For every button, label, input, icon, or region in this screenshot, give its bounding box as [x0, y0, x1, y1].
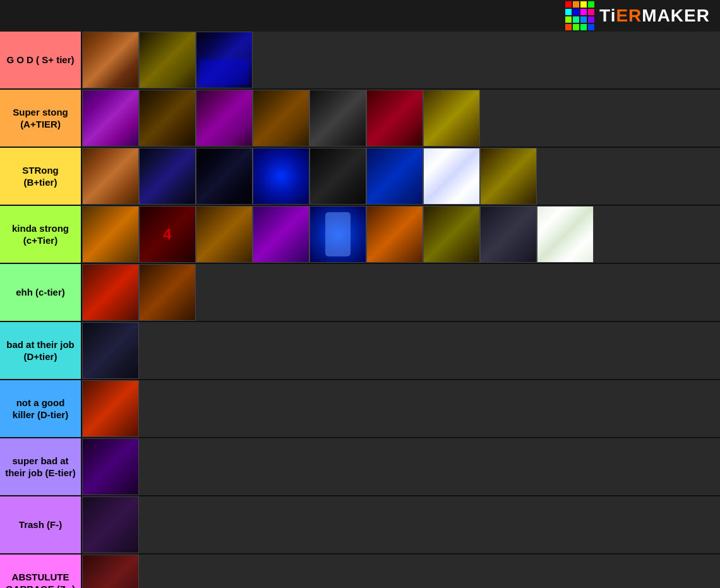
char-shadow-bonnie-2	[309, 148, 366, 205]
char-bonnie	[139, 148, 196, 205]
tier-content-bplus	[81, 148, 720, 205]
logo-cell	[588, 1, 594, 8]
tier-content-c	[81, 264, 720, 321]
tier-label-dplus: bad at their job (D+tier)	[0, 322, 81, 379]
char-phantom	[309, 206, 366, 263]
tier-content-f	[81, 496, 720, 553]
tier-row-d: not a good killer (D-tier)	[0, 380, 720, 438]
char-jack-o-chica	[82, 264, 139, 321]
char-toy-bonnie	[423, 148, 480, 205]
char-nightmare-3	[196, 90, 253, 147]
tiermaker-logo: TiERMAKER	[565, 1, 710, 30]
tier-content-e	[81, 438, 720, 495]
char-freddy	[82, 148, 139, 205]
tier-row-aplus: Super stong (A+TIER)	[0, 90, 720, 148]
char-lefty	[82, 555, 139, 588]
char-funtime-foxy	[82, 322, 139, 379]
char-nightmare-foxy	[366, 90, 423, 147]
char-baby-circus	[82, 380, 139, 437]
char-springtrap	[253, 90, 309, 147]
logo-cell	[580, 1, 587, 8]
char-ennard-f	[82, 496, 139, 553]
char-withered-chica	[253, 206, 309, 263]
tier-label-f: Trash (F-)	[0, 496, 81, 553]
header: TiERMAKER	[0, 0, 720, 32]
tier-table: G O D ( S+ tier) Super stong (A+TIER) ST…	[0, 32, 720, 588]
logo-cell	[580, 24, 587, 30]
char-toy-freddy	[196, 206, 253, 263]
char-funtime-god	[196, 32, 253, 88]
tier-row-f: Trash (F-)	[0, 496, 720, 555]
char-jack-o-bonnie	[139, 264, 196, 321]
tier-row-z: ABSTULUTE GARBAGE (Z--)	[0, 555, 720, 588]
tier-row-cplus: kinda strong (c+Tier) 4	[0, 206, 720, 264]
char-freddy-god	[82, 32, 139, 88]
tier-label-bplus: STRong (B+tier)	[0, 148, 81, 205]
tier-label-aplus: Super stong (A+TIER)	[0, 90, 81, 147]
char-nightmare-bonnie-blue	[253, 148, 309, 205]
tier-content-cplus: 4	[81, 206, 720, 263]
char-nightmare-freddy	[309, 90, 366, 147]
char-nightmare-fredbear	[423, 90, 480, 147]
char-golden-freddy	[480, 148, 537, 205]
tier-row-s: G O D ( S+ tier)	[0, 32, 720, 90]
logo-cell	[588, 24, 594, 30]
tier-row-c: ehh (c-tier)	[0, 264, 720, 322]
char-springtrap-green	[537, 206, 594, 263]
logo-cell	[573, 16, 579, 23]
tier-label-e: super bad at their job (E-tier)	[0, 438, 81, 495]
tier-row-dplus: bad at their job (D+tier)	[0, 322, 720, 380]
char-ballora	[82, 438, 139, 495]
tier-content-dplus	[81, 322, 720, 379]
char-nightmare-chica	[82, 90, 139, 147]
logo-cell	[565, 9, 572, 15]
logo-cell	[580, 9, 587, 15]
tier-content-s	[81, 32, 720, 88]
tier-content-d	[81, 380, 720, 437]
logo-cell	[573, 9, 579, 15]
tier-label-c: ehh (c-tier)	[0, 264, 81, 321]
logo-cell	[565, 24, 572, 30]
char-shadow-freddy	[196, 148, 253, 205]
tier-label-z: ABSTULUTE GARBAGE (Z--)	[0, 555, 81, 588]
char-toy-chica	[366, 206, 423, 263]
char-nightmare-fredbear-c	[82, 206, 139, 263]
char-mediocre	[423, 206, 480, 263]
char-nightmare-2	[139, 90, 196, 147]
logo-cell	[573, 1, 579, 8]
tier-content-aplus	[81, 90, 720, 147]
char-funtime-freddy-b	[366, 148, 423, 205]
tier-row-e: super bad at their job (E-tier)	[0, 438, 720, 496]
char-chica-god	[139, 32, 196, 88]
tier-label-s: G O D ( S+ tier)	[0, 32, 81, 88]
tier-label-d: not a good killer (D-tier)	[0, 380, 81, 437]
logo-cell	[573, 24, 579, 30]
char-ennard-c	[480, 206, 537, 263]
tier-row-bplus: STRong (B+tier)	[0, 148, 720, 206]
logo-cell	[565, 1, 572, 8]
logo-cell	[588, 16, 594, 23]
char-fnaf4: 4	[139, 206, 196, 263]
logo-cell	[588, 9, 594, 15]
logo-cell	[580, 16, 587, 23]
logo-cell	[565, 16, 572, 23]
tier-content-z	[81, 555, 720, 588]
tier-label-cplus: kinda strong (c+Tier)	[0, 206, 81, 263]
logo-grid-icon	[565, 1, 594, 30]
logo-title: TiERMAKER	[599, 6, 710, 26]
